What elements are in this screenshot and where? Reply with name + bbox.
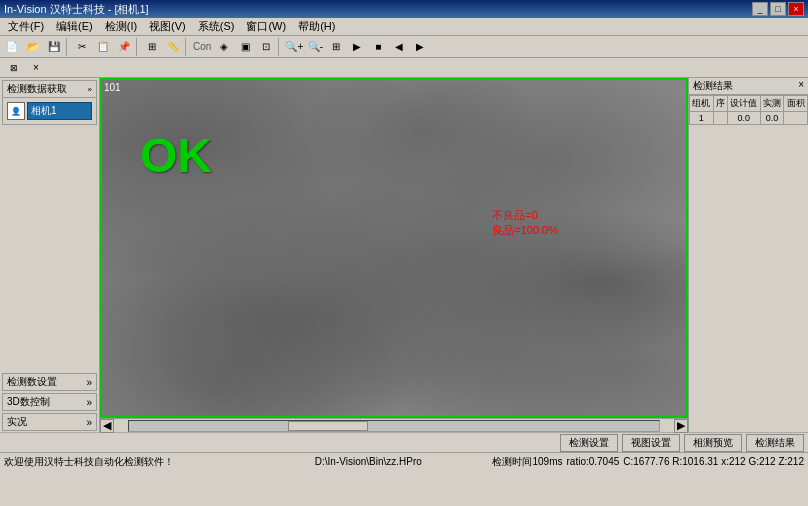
scroll-left-btn[interactable]: ◀ <box>100 419 114 433</box>
col-area: 面积 <box>784 96 808 112</box>
menu-system[interactable]: 系统(S) <box>192 18 241 35</box>
3d-control-label: 3D数控制 <box>7 395 50 409</box>
camera-icon: 👤 <box>7 102 25 120</box>
panel-header-detection[interactable]: 检测数据获取 » <box>3 81 96 98</box>
right-panel-header: 检测结果 × <box>689 78 808 95</box>
title-bar-title: In-Vision 汉特士科技 - [相机1] <box>4 2 149 17</box>
toolbar-sep1 <box>66 38 70 56</box>
main-layout: 检测数据获取 » 👤 相机1 检测数设置 » 3D数控制 » 实况 » <box>0 78 808 432</box>
detection-settings-item[interactable]: 检测数设置 » <box>2 373 97 391</box>
detection-time: 检测时间109ms <box>492 455 562 469</box>
menu-help[interactable]: 帮助(H) <box>292 18 341 35</box>
table-header-row: 组机 序 设计值 实测 面积 <box>690 96 808 112</box>
view-settings-btn[interactable]: 视图设置 <box>622 434 680 452</box>
toolbar2-btn2[interactable]: × <box>26 59 46 77</box>
toolbar-zoom-in[interactable]: 🔍+ <box>284 38 304 56</box>
right-panel: 检测结果 × 组机 序 设计值 实测 面积 1 0.0 0.0 <box>688 78 808 432</box>
toolbar2-btn1[interactable]: ⊠ <box>4 59 24 77</box>
maximize-button[interactable]: □ <box>770 2 786 16</box>
toolbar-copy[interactable]: 📋 <box>93 38 113 56</box>
image-container: 101 OK 不良品=0 良品=100.0% <box>100 78 688 418</box>
cell-seq <box>713 112 727 125</box>
toolbar-nav-left[interactable]: ◀ <box>389 38 409 56</box>
toolbar-open[interactable]: 📂 <box>23 38 43 56</box>
toolbar-play[interactable]: ▶ <box>347 38 367 56</box>
toolbar-sep4 <box>278 38 282 56</box>
status-right: 检测时间109ms ratio:0.7045 C:1677.76 R:1016.… <box>492 455 804 469</box>
cell-actual: 0.0 <box>760 112 784 125</box>
status-left-text: 欢迎使用汉特士科技自动化检测软件！ <box>4 455 244 469</box>
menu-bar: 文件(F) 编辑(E) 检测(I) 视图(V) 系统(S) 窗口(W) 帮助(H… <box>0 18 808 36</box>
menu-detect[interactable]: 检测(I) <box>99 18 143 35</box>
detection-settings-label: 检测数设置 <box>7 375 57 389</box>
col-actual: 实测 <box>760 96 784 112</box>
col-seq: 序 <box>713 96 727 112</box>
3d-control-arrow: » <box>86 397 92 408</box>
coords-text: C:1677.76 R:1016.31 x:212 G:212 Z:212 <box>623 456 804 467</box>
3d-control-item[interactable]: 3D数控制 » <box>2 393 97 411</box>
horizontal-scrollbar[interactable]: ◀ ▶ <box>100 418 688 432</box>
scroll-track[interactable] <box>128 420 660 432</box>
scroll-right-btn[interactable]: ▶ <box>674 419 688 433</box>
status-bar: 欢迎使用汉特士科技自动化检测软件！ D:\In-Vision\Bin\zz.HP… <box>0 452 808 470</box>
defect-info: 不良品=0 良品=100.0% <box>492 208 558 239</box>
toolbar-con-label: Con <box>191 41 213 52</box>
menu-window[interactable]: 窗口(W) <box>240 18 292 35</box>
corner-number: 101 <box>104 82 121 93</box>
preview-btn[interactable]: 相测预览 <box>684 434 742 452</box>
live-label: 实况 <box>7 415 27 429</box>
menu-edit[interactable]: 编辑(E) <box>50 18 99 35</box>
cell-group: 1 <box>690 112 714 125</box>
toolbar-stop[interactable]: ■ <box>368 38 388 56</box>
toolbar-save[interactable]: 💾 <box>44 38 64 56</box>
results-btn[interactable]: 检测结果 <box>746 434 804 452</box>
toolbar-fit[interactable]: ⊞ <box>326 38 346 56</box>
camera-label[interactable]: 相机1 <box>27 102 92 120</box>
ratio-text: ratio:0.7045 <box>566 456 619 467</box>
defect-line2: 良品=100.0% <box>492 223 558 238</box>
second-toolbar: ⊠ × <box>0 58 808 78</box>
cell-design: 0.0 <box>727 112 760 125</box>
menu-view[interactable]: 视图(V) <box>143 18 192 35</box>
live-arrow: » <box>86 417 92 428</box>
toolbar-cut[interactable]: ✂ <box>72 38 92 56</box>
toolbar-grid[interactable]: ⊞ <box>142 38 162 56</box>
cell-area <box>784 112 808 125</box>
toolbar-btn1[interactable]: ◈ <box>214 38 234 56</box>
detection-settings-arrow: » <box>86 377 92 388</box>
toolbar-nav-right[interactable]: ▶ <box>410 38 430 56</box>
ok-label: OK <box>140 128 212 183</box>
detection-data-section: 检测数据获取 » 👤 相机1 <box>2 80 97 125</box>
toolbar-paste[interactable]: 📌 <box>114 38 134 56</box>
panel-header-label: 检测数据获取 <box>7 82 67 96</box>
scroll-thumb[interactable] <box>288 421 368 431</box>
detection-group: 👤 相机1 <box>5 100 94 122</box>
title-bar: In-Vision 汉特士科技 - [相机1] _ □ × <box>0 0 808 18</box>
right-panel-close[interactable]: × <box>798 79 804 93</box>
col-group: 组机 <box>690 96 714 112</box>
toolbar-ruler[interactable]: 📏 <box>163 38 183 56</box>
col-design: 设计值 <box>727 96 760 112</box>
bottom-buttons-bar: 检测设置 视图设置 相测预览 检测结果 <box>0 432 808 452</box>
toolbar-btn3[interactable]: ⊡ <box>256 38 276 56</box>
right-panel-title: 检测结果 <box>693 79 733 93</box>
status-path-text: D:\In-Vision\Bin\zz.HPro <box>248 456 488 467</box>
left-panel: 检测数据获取 » 👤 相机1 检测数设置 » 3D数控制 » 实况 » <box>0 78 100 432</box>
detect-settings-btn[interactable]: 检测设置 <box>560 434 618 452</box>
toolbar-new[interactable]: 📄 <box>2 38 22 56</box>
defect-line1: 不良品=0 <box>492 208 558 223</box>
table-row: 1 0.0 0.0 <box>690 112 808 125</box>
title-bar-controls: _ □ × <box>752 2 804 16</box>
toolbar-btn2[interactable]: ▣ <box>235 38 255 56</box>
main-toolbar: 📄 📂 💾 ✂ 📋 📌 ⊞ 📏 Con ◈ ▣ ⊡ 🔍+ 🔍- ⊞ ▶ ■ ◀ … <box>0 36 808 58</box>
center-area: 101 OK 不良品=0 良品=100.0% ◀ ▶ <box>100 78 688 432</box>
minimize-button[interactable]: _ <box>752 2 768 16</box>
panel-header-arrow: » <box>88 85 92 94</box>
camera-image: 101 OK 不良品=0 良品=100.0% <box>100 78 688 418</box>
toolbar-zoom-out[interactable]: 🔍- <box>305 38 325 56</box>
close-button[interactable]: × <box>788 2 804 16</box>
detection-results-table: 组机 序 设计值 实测 面积 1 0.0 0.0 <box>689 95 808 125</box>
menu-file[interactable]: 文件(F) <box>2 18 50 35</box>
toolbar-sep2 <box>136 38 140 56</box>
live-item[interactable]: 实况 » <box>2 413 97 431</box>
